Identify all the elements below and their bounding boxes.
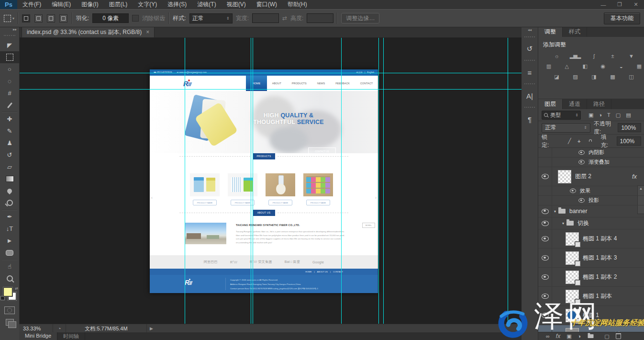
guide-vertical[interactable] — [185, 37, 185, 324]
layer-thumbnail[interactable] — [558, 170, 571, 183]
visibility-eye-icon[interactable] — [542, 209, 549, 214]
history-brush-tool[interactable]: ↺ — [0, 149, 19, 161]
brush-tool[interactable]: ✎ — [0, 125, 19, 137]
group-expand-icon[interactable]: ▾ — [554, 209, 556, 214]
selection-subtract-button[interactable] — [47, 14, 55, 23]
about-more-button[interactable]: MORE+ — [362, 223, 375, 228]
layer-group-row[interactable]: ▾banner — [538, 205, 644, 217]
visibility-eye-icon[interactable] — [578, 198, 585, 203]
bottom-tab-0[interactable]: Mini Bridge — [19, 332, 57, 340]
product-card[interactable]: PRODUCT NAME — [303, 173, 333, 205]
visibility-eye-icon[interactable] — [542, 174, 549, 179]
partner-logo[interactable]: R°/// 荣文集团 — [250, 260, 272, 264]
properties-panel-icon[interactable]: ≡ — [522, 64, 538, 80]
group-expand-icon[interactable]: ▾ — [562, 221, 564, 226]
guide-vertical[interactable] — [251, 37, 251, 324]
bottom-tab-1[interactable]: 时间轴 — [57, 332, 85, 340]
layer-mask-icon[interactable]: ▣ — [566, 333, 571, 340]
tab-路径[interactable]: 路径 — [587, 99, 611, 109]
selection-new-button[interactable] — [22, 14, 30, 23]
lock-position-icon[interactable]: + — [576, 138, 582, 144]
shape-tool[interactable] — [0, 247, 19, 259]
carousel-prev-icon[interactable]: ‹ — [151, 195, 153, 200]
filter-type-layers-icon[interactable]: T — [607, 112, 611, 118]
tab-图层[interactable]: 图层 — [538, 99, 563, 109]
exposure-icon[interactable]: ± — [607, 52, 618, 59]
product-name-button[interactable]: PRODUCT NAME — [193, 200, 217, 205]
selection-intersect-button[interactable] — [59, 14, 67, 23]
adjustment-layer-icon[interactable]: ◑ — [578, 333, 581, 339]
guide-horizontal[interactable] — [19, 73, 522, 73]
layer-row[interactable]: 椭圆 1 — [538, 306, 644, 325]
brightness-contrast-icon[interactable]: ☼ — [551, 52, 562, 59]
visibility-eye-icon[interactable] — [578, 150, 585, 155]
hand-tool[interactable]: ☝ — [0, 261, 19, 272]
product-name-button[interactable]: PRODUCT NAME — [268, 200, 292, 205]
blur-tool[interactable] — [0, 185, 19, 197]
height-input[interactable] — [307, 13, 333, 23]
color-balance-icon[interactable]: △ — [561, 63, 572, 70]
menubar-item[interactable]: 图层(L) — [104, 0, 133, 9]
layer-row[interactable]: T⚠contact us 副本 — [538, 325, 644, 332]
width-input[interactable] — [252, 13, 279, 23]
menubar-item[interactable]: 文件(F) — [17, 0, 46, 9]
close-icon[interactable]: ✕ — [628, 0, 644, 9]
rectangular-marquee-tool[interactable] — [0, 51, 19, 63]
product-name-button[interactable]: PRODUCT NAME — [306, 200, 330, 205]
product-card[interactable]: PRODUCT NAME — [266, 173, 295, 205]
minimize-icon[interactable]: — — [595, 0, 611, 9]
posterize-icon[interactable]: ▨ — [569, 73, 581, 80]
tab-样式[interactable]: 样式 — [563, 27, 587, 37]
levels-icon[interactable]: ▂▅▂ — [569, 52, 581, 59]
fill-input[interactable]: 100% — [617, 136, 641, 146]
filter-adjustment-layers-icon[interactable]: ◑ — [599, 112, 602, 118]
style-select[interactable]: 正常⇕ — [189, 13, 233, 23]
menubar-item[interactable]: 图像(I) — [76, 0, 103, 9]
restore-icon[interactable]: ❐ — [611, 0, 628, 9]
partner-logo[interactable]: Google — [312, 261, 324, 264]
menubar-item[interactable]: 编辑(E) — [46, 0, 76, 9]
dock-collapse-icon[interactable]: ◂◂ — [522, 26, 538, 34]
paragraph-panel-icon[interactable]: ¶ — [522, 111, 538, 127]
opacity-input[interactable]: 100% — [618, 123, 641, 132]
workspace-switcher-button[interactable]: 基本功能 — [604, 12, 640, 24]
layer-fx-icon[interactable]: fx — [632, 173, 637, 180]
quick-mask-button[interactable] — [4, 306, 15, 314]
footer-link[interactable]: ABOUT US — [317, 271, 328, 273]
tab-调整[interactable]: 调整 — [538, 27, 563, 37]
visibility-eye-icon[interactable] — [570, 189, 576, 193]
lock-paint-icon[interactable]: ╱ — [567, 138, 573, 144]
gradient-tool[interactable] — [0, 173, 19, 185]
layer-group-row[interactable]: ▾切换 — [538, 217, 644, 229]
filter-pixel-layers-icon[interactable]: ▣ — [588, 112, 593, 118]
layer-effect-row[interactable]: 内阴影 — [538, 148, 644, 158]
layer-effect-row[interactable]: 效果 — [538, 186, 644, 196]
layer-effect-row[interactable]: 投影 — [538, 196, 644, 205]
invert-icon[interactable]: ◪ — [551, 73, 562, 80]
black-white-icon[interactable]: ◧ — [579, 63, 590, 70]
screen-mode-button[interactable] — [6, 319, 14, 326]
partner-logo[interactable]: Bai☆百度 — [285, 260, 300, 264]
filter-shape-layers-icon[interactable]: ▢ — [616, 112, 621, 118]
visibility-eye-icon[interactable] — [542, 236, 549, 241]
menubar-item[interactable]: 文字(Y) — [133, 0, 162, 9]
type-tool[interactable]: ↓T — [0, 223, 19, 235]
feather-input[interactable]: 0 像素 — [92, 13, 129, 23]
layer-row[interactable]: 椭圆 1 副本 4 — [538, 229, 644, 249]
menubar-item[interactable]: 滤镜(T) — [192, 0, 221, 9]
swap-colors-icon[interactable]: ⇄ — [15, 286, 18, 291]
curves-icon[interactable]: ʃ — [588, 52, 600, 59]
layer-thumbnail[interactable] — [566, 290, 579, 303]
zoom-level-field[interactable]: 33.33% — [19, 324, 53, 333]
path-selection-tool[interactable]: ► — [0, 235, 19, 247]
layer-row[interactable]: 椭圆 1 副本 3 — [538, 249, 644, 268]
visibility-eye-icon[interactable] — [578, 160, 585, 164]
refine-edge-button[interactable]: 调整边缘… — [341, 13, 379, 23]
menubar-item[interactable]: 视图(V) — [222, 0, 251, 9]
lasso-tool[interactable]: ○ — [0, 63, 19, 75]
pen-tool[interactable]: ✒ — [0, 211, 19, 223]
layer-thumbnail[interactable]: T⚠ — [566, 328, 579, 332]
healing-brush-tool[interactable]: ✚ — [0, 113, 19, 125]
crop-tool[interactable]: # — [0, 87, 19, 99]
visibility-eye-icon[interactable] — [542, 313, 549, 318]
